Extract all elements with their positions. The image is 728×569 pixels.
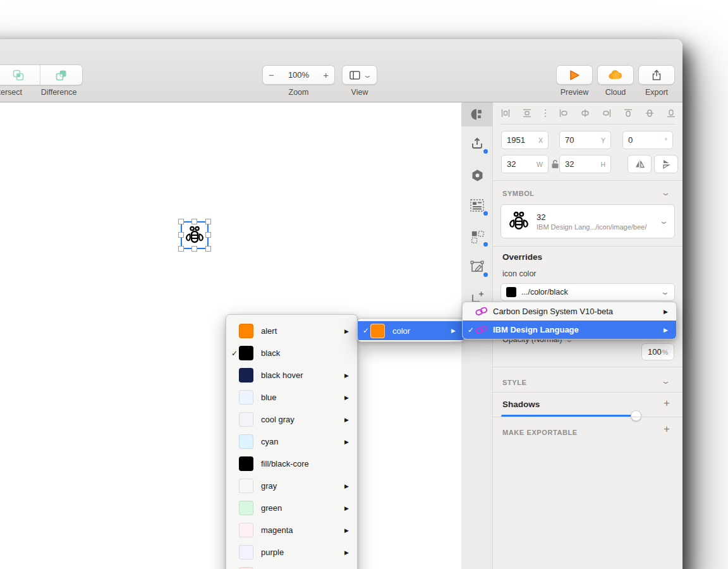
symbol-section-header: SYMBOL bbox=[502, 187, 535, 199]
menu-item-ibm-design-language[interactable]: ✓ IBM Design Language ▶ bbox=[463, 321, 676, 339]
menu-item-purple[interactable]: purple ▶ bbox=[226, 541, 357, 563]
flip-vertical-button[interactable] bbox=[654, 155, 678, 173]
settings-button[interactable] bbox=[461, 161, 493, 189]
color-swatch bbox=[239, 324, 253, 338]
symbols-panel-button[interactable] bbox=[461, 223, 493, 250]
color-swatch bbox=[370, 324, 385, 338]
selection-handle[interactable] bbox=[205, 232, 211, 238]
menu-item-black-hover[interactable]: black hover ▶ bbox=[226, 364, 357, 386]
color-swatch bbox=[239, 368, 253, 382]
difference-button[interactable] bbox=[40, 65, 82, 85]
submenu-arrow-icon: ▶ bbox=[344, 395, 349, 401]
edit-vector-button[interactable] bbox=[461, 253, 493, 281]
opacity-slider-thumb[interactable] bbox=[631, 410, 641, 421]
symbol-collapse-chevron-icon[interactable]: ⌄ bbox=[661, 190, 670, 195]
align-top-icon[interactable] bbox=[623, 108, 633, 118]
align-center-horizontal-icon[interactable] bbox=[580, 108, 590, 118]
selected-bee-symbol[interactable] bbox=[181, 221, 209, 249]
menu-item-magenta[interactable]: magenta ▶ bbox=[226, 519, 357, 541]
y-position-field[interactable]: 70 Y bbox=[559, 131, 611, 149]
menu-item-alert[interactable]: alert ▶ bbox=[226, 320, 357, 342]
menu-item-green[interactable]: green ▶ bbox=[226, 497, 357, 519]
zoom-value[interactable]: 100% bbox=[288, 70, 309, 80]
cloud-button[interactable] bbox=[597, 65, 634, 85]
symbol-header-label: SYMBOL bbox=[502, 190, 535, 197]
opacity-value-field[interactable]: 100 % bbox=[641, 343, 674, 360]
selection-handle[interactable] bbox=[205, 246, 211, 252]
color-swatch bbox=[239, 501, 253, 515]
selection-handle[interactable] bbox=[205, 219, 211, 224]
menu-item-color[interactable]: ✓ color ▶ bbox=[358, 321, 464, 340]
notification-dot bbox=[483, 272, 488, 277]
rotation-value: 0 bbox=[628, 135, 633, 145]
selection-handle[interactable] bbox=[191, 219, 197, 224]
menu-item-partial[interactable] bbox=[226, 563, 357, 569]
submenu-arrow-icon: ▶ bbox=[344, 549, 349, 556]
difference-label: Difference bbox=[32, 88, 85, 97]
align-bottom-icon[interactable] bbox=[666, 108, 676, 118]
share-symbols-button[interactable] bbox=[461, 130, 493, 157]
height-field[interactable]: 32 H bbox=[559, 155, 611, 173]
menu-item-cool-gray[interactable]: cool gray ▶ bbox=[226, 408, 357, 431]
distribute-vertically-icon[interactable] bbox=[522, 108, 532, 118]
submenu-arrow-icon: ▶ bbox=[344, 483, 349, 489]
y-unit: Y bbox=[601, 137, 605, 144]
align-middle-vertical-icon[interactable] bbox=[645, 108, 655, 118]
shadows-label: Shadows bbox=[502, 400, 540, 409]
rotation-field[interactable]: 0 ° bbox=[622, 131, 673, 149]
menu-item-gray[interactable]: gray ▶ bbox=[226, 475, 357, 497]
add-shadow-button[interactable]: + bbox=[664, 397, 670, 410]
width-field[interactable]: 32 W bbox=[501, 155, 549, 173]
notification-dot bbox=[483, 149, 488, 154]
menu-item-label: gray bbox=[261, 481, 277, 491]
make-exportable-label: MAKE EXPORTABLE bbox=[502, 429, 578, 436]
override-group-menu: ✓ color ▶ bbox=[357, 318, 464, 342]
flip-horizontal-button[interactable] bbox=[628, 155, 652, 173]
menu-item-blue[interactable]: blue ▶ bbox=[226, 386, 357, 408]
zoom-in-button[interactable]: + bbox=[323, 70, 329, 80]
add-export-button[interactable]: + bbox=[664, 423, 670, 436]
color-swatch bbox=[239, 412, 253, 427]
selection-handle[interactable] bbox=[178, 219, 184, 224]
align-left-icon[interactable] bbox=[559, 108, 569, 118]
cloud-label: Cloud bbox=[597, 88, 634, 97]
selection-handle[interactable] bbox=[191, 246, 197, 252]
icon-color-label: icon color bbox=[502, 269, 537, 278]
intersect-button[interactable] bbox=[0, 65, 40, 85]
width-unit: W bbox=[537, 161, 543, 168]
style-section-header[interactable]: STYLE bbox=[502, 376, 526, 388]
menu-item-carbon-design-system[interactable]: Carbon Design System V10-beta ▶ bbox=[463, 302, 676, 321]
bee-icon bbox=[185, 225, 205, 245]
distribute-horizontally-icon[interactable] bbox=[500, 108, 511, 118]
lock-ratio-icon[interactable] bbox=[551, 159, 559, 169]
color-swatch bbox=[239, 346, 253, 360]
x-position-field[interactable]: 1951 X bbox=[501, 131, 549, 149]
style-collapse-chevron-icon[interactable]: ⌄ bbox=[661, 379, 670, 384]
symbol-picker[interactable]: 32 IBM Design Lang.../icon/image/bee/ ⌄ bbox=[500, 204, 675, 238]
upload-icon bbox=[470, 136, 485, 151]
carbon-plugin-button[interactable] bbox=[461, 102, 493, 126]
icon-color-value: .../color/black bbox=[521, 288, 662, 297]
check-icon: ✓ bbox=[463, 326, 475, 334]
menu-item-label: cyan bbox=[261, 437, 278, 446]
preview-button[interactable] bbox=[556, 65, 593, 85]
submenu-arrow-icon: ▶ bbox=[344, 527, 349, 534]
symbol-path: IBM Design Lang.../icon/image/bee/ bbox=[537, 223, 660, 231]
selection-handle[interactable] bbox=[178, 232, 184, 238]
icon-color-select[interactable]: .../color/black ⌄ bbox=[500, 283, 675, 301]
make-exportable-header: MAKE EXPORTABLE bbox=[502, 426, 578, 437]
more-options-icon[interactable] bbox=[543, 108, 547, 118]
align-right-icon[interactable] bbox=[602, 108, 612, 118]
layout-panel-button[interactable] bbox=[461, 192, 493, 219]
check-icon: ✓ bbox=[358, 326, 370, 335]
view-button[interactable]: ⌄ bbox=[342, 65, 377, 85]
menu-item-label: cool gray bbox=[261, 415, 294, 424]
menu-item-label: IBM Design Language bbox=[493, 325, 579, 334]
cloud-icon bbox=[608, 70, 623, 80]
selection-handle[interactable] bbox=[178, 246, 184, 252]
export-button[interactable] bbox=[638, 65, 675, 85]
menu-item-cyan[interactable]: cyan ▶ bbox=[226, 431, 357, 453]
menu-item-fill-black-core[interactable]: fill/black-core bbox=[226, 453, 357, 475]
zoom-out-button[interactable]: − bbox=[269, 70, 274, 80]
menu-item-black[interactable]: ✓ black bbox=[226, 342, 357, 364]
